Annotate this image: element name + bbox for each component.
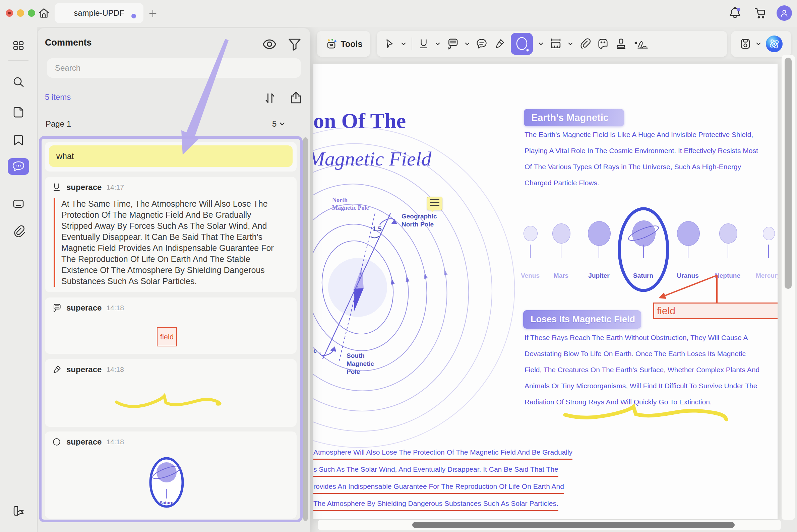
field-textbox-annotation[interactable]: field <box>653 303 778 319</box>
minimize-window-button[interactable] <box>17 10 24 17</box>
chevron-down-icon[interactable] <box>756 41 761 46</box>
chevron-down-icon[interactable] <box>465 41 470 46</box>
section1-line: The Earth's Magnetic Field Is Like A Hug… <box>524 131 778 139</box>
south-magnetic-pole-label: South Magnetic Pole <box>347 352 374 376</box>
planet-neptune <box>719 224 737 244</box>
tools-label: Tools <box>341 39 363 49</box>
planet-mars <box>552 224 571 244</box>
section1-line: Playing A Vital Role In The Cosmic Envir… <box>524 147 778 155</box>
arrow-annotation <box>662 276 717 303</box>
planet-uranus <box>677 221 700 246</box>
underline-tool-icon[interactable] <box>418 38 430 50</box>
section2-line: Animals Or Tiny Microorganisms, Will Fin… <box>524 382 778 390</box>
items-count: 5 items <box>45 93 71 102</box>
measure-tool-icon[interactable] <box>549 37 562 51</box>
underlined-line: s Such As The Solar Wind, And Eventually… <box>313 466 558 477</box>
bookmark-icon[interactable] <box>12 133 25 147</box>
comment-card-pencil[interactable]: superace 14:18 <box>45 359 297 427</box>
quoted-text: At The Same Time, The Atmosphere Will Al… <box>54 198 291 287</box>
comment-card-underline[interactable]: superace 14:17 At The Same Time, The Atm… <box>45 177 297 292</box>
pencil-tool-icon[interactable] <box>493 38 505 50</box>
save-icon[interactable] <box>739 38 752 50</box>
pdf-title-line2: Magnetic Field <box>313 147 431 171</box>
section2-line: Radiation Of Strong Rays And Will Quickl… <box>524 398 778 406</box>
clipped-label-fragment: c <box>313 347 317 355</box>
unsaved-indicator-dot <box>131 14 136 18</box>
toolbar-divider <box>412 38 412 50</box>
store-cart-icon[interactable] <box>753 6 767 20</box>
select-tool-icon[interactable] <box>384 38 395 50</box>
section1-heading: Earth's Magnetic <box>524 109 624 126</box>
underlined-line: rovides An Indispensable Guarantee For T… <box>313 482 564 494</box>
text-comment-tool-icon[interactable] <box>446 37 459 51</box>
chevron-down-icon[interactable] <box>401 41 406 46</box>
new-tab-icon[interactable] <box>147 8 158 19</box>
visibility-icon[interactable] <box>261 36 278 52</box>
close-window-button[interactable] <box>6 10 13 17</box>
page-group-label[interactable]: Page 1 <box>45 119 71 129</box>
vertical-scrollbar-thumb[interactable] <box>784 58 792 289</box>
thumbnails-icon[interactable] <box>12 39 25 52</box>
notifications-icon[interactable] <box>728 6 742 20</box>
chevron-down-icon[interactable] <box>435 41 440 46</box>
comment-card-ellipse[interactable]: superace 14:18 Saturn <box>45 432 297 519</box>
page-comment-count[interactable]: 5 <box>272 119 285 129</box>
comments-panel-toggle-selected[interactable] <box>8 158 29 175</box>
signature-tool-icon[interactable] <box>633 37 649 51</box>
chevron-down-icon <box>279 121 285 127</box>
search-icon[interactable] <box>12 75 25 89</box>
sidebar-divider <box>8 60 29 61</box>
underlined-line: The Atmosphere By Shielding Dangerous Su… <box>313 499 558 511</box>
north-magnetic-pole-label: North Magnetic Pole <box>332 196 369 212</box>
thumbnail-label: Saturn <box>146 500 187 505</box>
section2-line: Field, The Creatures On The Earth's Surf… <box>524 366 778 374</box>
reader-mode-icon[interactable] <box>12 504 25 518</box>
export-icon[interactable] <box>288 90 304 106</box>
tools-icon <box>325 38 337 50</box>
ellipse-preview <box>45 432 293 519</box>
comments-panel: Comments 5 items Page 1 5 what superace … <box>38 28 310 532</box>
section2-line: If These Rays Reach The Earth Without Ob… <box>524 334 778 342</box>
stamp-tool-icon[interactable] <box>615 38 627 50</box>
chevron-down-icon[interactable] <box>568 41 573 46</box>
planet-label-saturn: Saturn <box>620 272 667 279</box>
squiggle-preview <box>45 359 293 427</box>
comment-author: superace <box>67 303 101 312</box>
comment-card-textbox[interactable]: superace 14:18 field <box>45 298 297 354</box>
attachments-icon[interactable] <box>12 225 25 238</box>
comment-time: 14:17 <box>106 183 124 191</box>
annotations-list-icon[interactable] <box>12 197 25 210</box>
section1-line: Charged Particle Flows. <box>524 179 778 187</box>
pdf-title-line1: on Of The <box>313 109 406 133</box>
horizontal-scrollbar-thumb[interactable] <box>412 522 735 528</box>
pages-icon[interactable] <box>12 106 25 119</box>
filter-icon[interactable] <box>287 36 302 52</box>
ellipse-tool-selected[interactable] <box>511 33 533 55</box>
planet-label-jupiter: Jupiter <box>575 272 623 279</box>
comment-card-highlight[interactable]: what <box>45 142 297 172</box>
section1-line: Of The Various Types Of Rays in The Univ… <box>524 163 778 171</box>
sticky-comment-tool-icon[interactable] <box>475 38 488 50</box>
planet-label-neptune: Neptune <box>704 272 751 279</box>
ai-assistant-icon[interactable] <box>765 35 783 53</box>
window-titlebar: sample-UPDF <box>0 0 797 27</box>
sticker-tool-icon[interactable] <box>597 38 609 50</box>
pdf-page: on Of The Magnetic Field Earth's Magneti… <box>313 64 778 519</box>
panel-scrollbar-thumb[interactable] <box>303 137 308 521</box>
attachment-tool-icon[interactable] <box>578 38 591 50</box>
account-avatar[interactable] <box>777 5 792 21</box>
highlight-preview: what <box>49 146 293 167</box>
sort-icon[interactable] <box>263 91 278 106</box>
zoom-window-button[interactable] <box>28 10 35 17</box>
planet-saturn <box>632 221 655 247</box>
geographic-north-pole-label: Geographic North Pole <box>402 212 437 228</box>
tab-title: sample-UPDF <box>74 8 124 18</box>
chevron-down-icon[interactable] <box>538 41 544 46</box>
home-icon[interactable] <box>38 7 50 19</box>
sticky-note-icon[interactable] <box>427 197 442 210</box>
panel-title: Comments <box>45 38 92 48</box>
tools-button[interactable]: Tools <box>317 31 370 57</box>
search-input[interactable] <box>47 58 301 78</box>
document-tab[interactable]: sample-UPDF <box>55 3 144 23</box>
planet-label-mercury: Mercury <box>745 272 778 279</box>
